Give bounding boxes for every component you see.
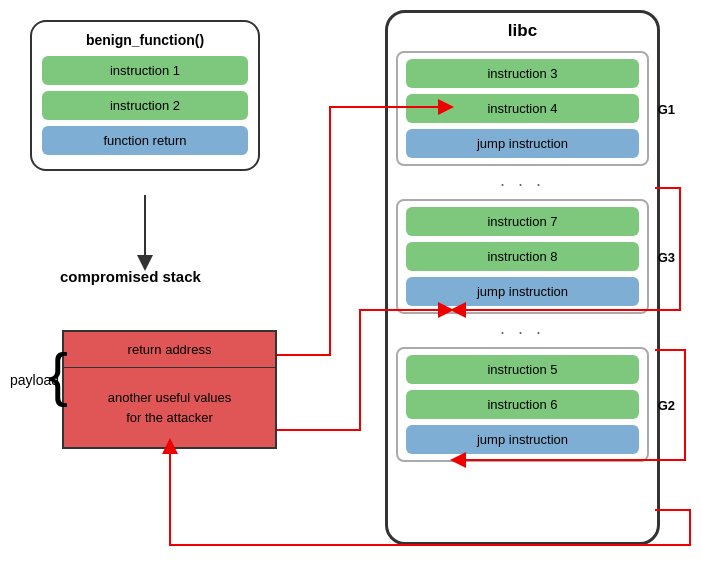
g1-instr-3: instruction 3: [406, 59, 639, 88]
useful-values-row: another useful valuesfor the attacker: [64, 368, 275, 447]
gadget-group-g1: instruction 3 instruction 4 jump instruc…: [396, 51, 649, 166]
instruction-2-block: instruction 2: [42, 91, 248, 120]
return-address-row: return address: [64, 332, 275, 368]
libc-title: libc: [396, 21, 649, 41]
comp-stack-label: compromised stack: [60, 268, 201, 285]
dots-1: · · ·: [396, 174, 649, 195]
g1-jump: jump instruction: [406, 129, 639, 158]
g3-instr-7: instruction 7: [406, 207, 639, 236]
libc-box: libc instruction 3 instruction 4 jump in…: [385, 10, 660, 545]
gadget-group-g2: instruction 5 instruction 6 jump instruc…: [396, 347, 649, 462]
g1-instr-4: instruction 4: [406, 94, 639, 123]
g3-instr-8: instruction 8: [406, 242, 639, 271]
stack-box: return address another useful valuesfor …: [62, 330, 277, 449]
benign-function-box: benign_function() instruction 1 instruct…: [30, 20, 260, 171]
diagram-container: benign_function() instruction 1 instruct…: [0, 0, 702, 561]
payload-label: payload: [10, 372, 59, 388]
g2-label: G2: [658, 397, 675, 412]
g2-instr-5: instruction 5: [406, 355, 639, 384]
g3-jump: jump instruction: [406, 277, 639, 306]
instruction-1-block: instruction 1: [42, 56, 248, 85]
g3-label: G3: [658, 249, 675, 264]
benign-function-title: benign_function(): [42, 32, 248, 48]
g1-label: G1: [658, 101, 675, 116]
g2-instr-6: instruction 6: [406, 390, 639, 419]
g2-jump: jump instruction: [406, 425, 639, 454]
func-return-block: function return: [42, 126, 248, 155]
gadget-group-g3: instruction 7 instruction 8 jump instruc…: [396, 199, 649, 314]
dots-2: · · ·: [396, 322, 649, 343]
down-arrow-svg: [135, 195, 155, 275]
